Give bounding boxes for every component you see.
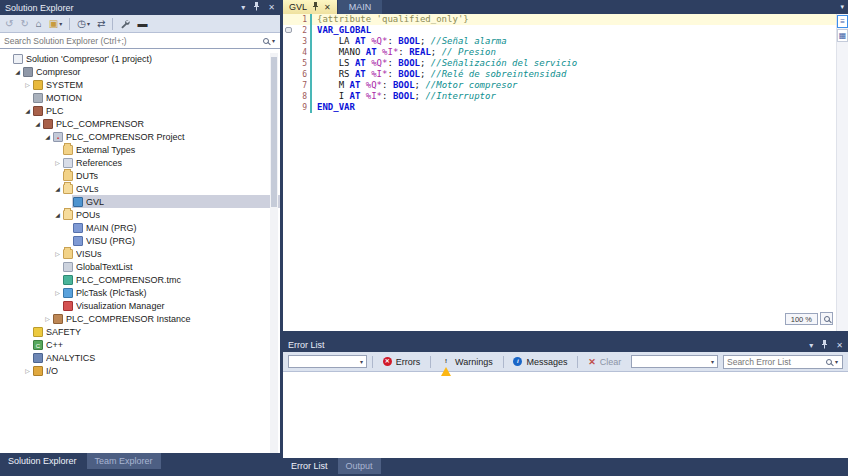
pin-icon[interactable] [253,2,260,13]
tree-expander-icon[interactable]: ▷ [23,367,32,374]
window-position-icon[interactable]: ▾ [809,341,813,350]
tree-item-plc-comprensor-tmc[interactable]: PLC_COMPRENSOR.tmc [0,273,280,286]
tree-expander-icon[interactable]: ◢ [33,120,42,127]
code-line-8[interactable]: 8 I AT %I*: BOOL; //Interruptor [283,91,848,102]
tree-item-content: ANALYTICS [32,351,280,364]
code-line-9[interactable]: 9END_VAR [283,102,848,113]
tree-item-solution-compresor-1-project[interactable]: Solution 'Compresor' (1 project) [0,52,280,65]
search-options-caret-icon[interactable]: ▾ [835,358,838,365]
tree-item-safety[interactable]: SAFETY [0,325,280,338]
tree-expander-icon[interactable]: ▷ [53,159,62,166]
code-line-7[interactable]: 7 M AT %Q*: BOOL; //Motor compresor [283,80,848,91]
tree-item-external-types[interactable]: External Types [0,143,280,156]
code-line-6[interactable]: 6 RS AT %I*: BOOL; //Relé de sobreintens… [283,69,848,80]
tab-gvl[interactable]: GVL ✕ [283,0,337,14]
tab-gvl-label: GVL [289,2,307,12]
gvl-declaration-editor[interactable]: 1{attribute 'qualified_only'}2VAR_GLOBAL… [283,14,848,331]
tree-expander-icon[interactable]: ◢ [43,133,52,140]
properties-wrench-button[interactable] [120,19,130,29]
errors-filter-button[interactable]: ✕ Errors [378,357,426,367]
error-list-body[interactable] [283,372,848,458]
tree-expander-icon[interactable]: ▷ [53,250,62,257]
tree-expander-icon[interactable]: ◢ [53,185,62,192]
search-options-caret-icon[interactable]: ▾ [272,37,275,44]
tree-expander-icon[interactable]: ▷ [23,81,32,88]
code-line-3[interactable]: 3 LA AT %Q*: BOOL; //Señal alarma [283,36,848,47]
error-filter-combo[interactable]: ▾ [288,355,367,368]
textlist-icon [63,262,73,272]
close-icon[interactable]: ✕ [836,341,843,350]
pin-icon[interactable] [312,2,319,13]
forward-button[interactable]: ↻ [20,19,28,29]
tree-item-references[interactable]: ▷References [0,156,280,169]
close-icon[interactable]: ✕ [268,3,275,12]
code-line-4[interactable]: 4 MANO AT %I*: REAL; // Presion [283,47,848,58]
tree-scrollbar-thumb[interactable] [271,57,277,207]
textual-declaration-view-icon[interactable]: ≡ [837,15,848,28]
errors-label: Errors [396,357,421,367]
tree-item-visus[interactable]: ▷VISUs [0,247,280,260]
tree-item-plc-comprensor[interactable]: ◢PLC_COMPRENSOR [0,117,280,130]
tree-item-gvl[interactable]: GVL [0,195,280,208]
code-token: I [317,91,350,101]
tree-expander-icon[interactable]: ◢ [13,68,22,75]
tab-solution-explorer[interactable]: Solution Explorer [0,453,85,469]
tree-item-compresor[interactable]: ◢Compresor [0,65,280,78]
toolbar-separator [430,356,431,368]
code-line-2[interactable]: 2VAR_GLOBAL [283,25,848,36]
tabular-declaration-view-icon[interactable]: ▦ [837,29,848,42]
solution-icon [13,54,23,64]
home-button[interactable]: ⌂ [36,19,42,29]
tree-item-i-o[interactable]: ▷I/O [0,364,280,377]
code-margin [283,102,295,113]
tree-item-plctask-plctask[interactable]: ▷PlcTask (PlcTask) [0,286,280,299]
tree-item-plc-comprensor-project[interactable]: ◢▪PLC_COMPRENSOR Project [0,130,280,143]
tab-output[interactable]: Output [338,458,381,474]
tree-item-content: MOTION [32,91,280,104]
tree-expander-icon[interactable]: ▷ [53,289,62,296]
collapse-all-button[interactable]: ▣▾ [49,19,62,29]
preview-selected-items-button[interactable]: ▬ [137,19,147,29]
tree-item-main-prg[interactable]: MAIN (PRG) [0,221,280,234]
tree-scrollbar[interactable] [270,53,278,453]
warnings-filter-button[interactable]: Warnings [436,357,498,367]
pending-changes-filter-button[interactable]: ◷▾ [77,19,90,29]
tab-error-list[interactable]: Error List [283,458,336,474]
search-icon[interactable] [263,38,269,44]
tree-item-gvls[interactable]: ◢GVLs [0,182,280,195]
back-button[interactable]: ↺ [5,19,13,29]
zoom-level-button[interactable]: 100 % [785,313,818,325]
clear-button[interactable]: ✕ Clear [583,357,626,367]
tab-team-explorer[interactable]: Team Explorer [87,453,161,469]
search-icon[interactable] [826,359,832,365]
document-list-dropdown-icon[interactable]: ▾ [840,3,844,11]
tree-expander-icon[interactable]: ◢ [23,107,32,114]
tree-item-system[interactable]: ▷SYSTEM [0,78,280,91]
tab-main[interactable]: MAIN [338,0,383,14]
window-position-icon[interactable]: ▾ [241,3,245,12]
tree-item-duts[interactable]: DUTs [0,169,280,182]
code-line-1[interactable]: 1{attribute 'qualified_only'} [283,14,848,25]
zoom-icon[interactable] [820,312,833,325]
tree-item-label: MAIN (PRG) [86,223,141,233]
code-line-5[interactable]: 5 LS AT %Q*: BOOL; //Señalización del se… [283,58,848,69]
error-scope-combo[interactable]: ▾ [631,355,718,368]
pin-icon[interactable] [821,340,828,351]
messages-filter-button[interactable]: i Messages [508,357,572,367]
tree-item-motion[interactable]: MOTION [0,91,280,104]
tree-item-visualization-manager[interactable]: Visualization Manager [0,299,280,312]
solution-search-input[interactable] [0,36,258,46]
sync-with-active-document-button[interactable]: ⇄ [97,19,105,29]
tree-expander-icon[interactable]: ◢ [53,211,62,218]
tree-item-analytics[interactable]: ANALYTICS [0,351,280,364]
tree-expander-icon[interactable]: ▷ [43,315,52,322]
tree-item-plc-comprensor-instance[interactable]: ▷PLC_COMPRENSOR Instance [0,312,280,325]
close-icon[interactable]: ✕ [324,3,331,12]
tree-item-plc[interactable]: ◢PLC [0,104,280,117]
tree-item-visu-prg[interactable]: VISU (PRG) [0,234,280,247]
fold-marker-icon[interactable] [285,27,292,33]
tree-item-c[interactable]: CC++ [0,338,280,351]
error-search-input[interactable] [724,357,822,367]
tree-item-globaltextlist[interactable]: GlobalTextList [0,260,280,273]
tree-item-pous[interactable]: ◢POUs [0,208,280,221]
